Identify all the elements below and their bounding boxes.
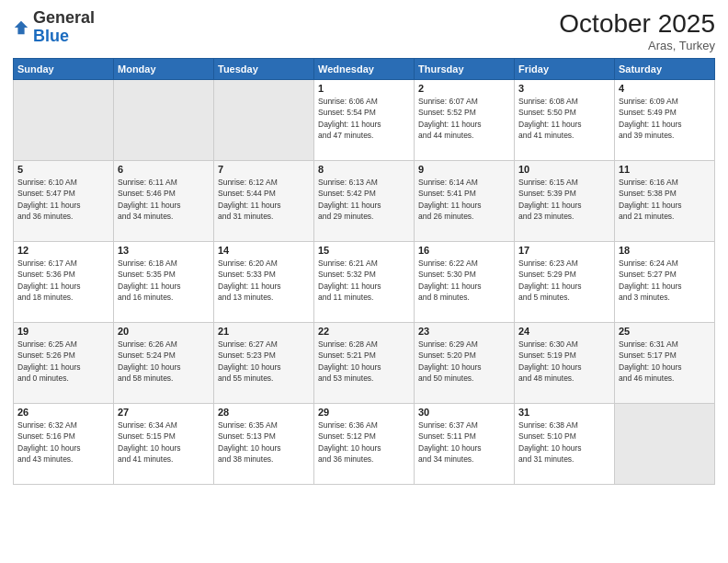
day-number-25: 25 [619,326,711,337]
day-number-29: 29 [318,407,410,418]
day-number-14: 14 [218,245,310,256]
title-block: October 2025 Aras, Turkey [559,9,715,52]
day-number-17: 17 [518,245,610,256]
month-title: October 2025 [559,9,715,39]
day-number-2: 2 [418,83,510,94]
location-subtitle: Aras, Turkey [559,39,715,52]
day-info-2: Sunrise: 6:07 AM Sunset: 5:52 PM Dayligh… [418,96,510,141]
week-row-4: 26Sunrise: 6:32 AM Sunset: 5:16 PM Dayli… [14,404,715,485]
cell-3-0: 19Sunrise: 6:25 AM Sunset: 5:26 PM Dayli… [14,323,114,404]
day-info-13: Sunrise: 6:18 AM Sunset: 5:35 PM Dayligh… [118,258,210,303]
day-number-16: 16 [418,245,510,256]
day-number-11: 11 [619,164,711,175]
day-number-9: 9 [418,164,510,175]
cell-3-1: 20Sunrise: 6:26 AM Sunset: 5:24 PM Dayli… [114,323,214,404]
cell-3-3: 22Sunrise: 6:28 AM Sunset: 5:21 PM Dayli… [314,323,415,404]
weekday-friday: Friday [515,59,615,80]
day-info-16: Sunrise: 6:22 AM Sunset: 5:30 PM Dayligh… [418,258,510,303]
day-number-7: 7 [218,164,310,175]
weekday-row: Sunday Monday Tuesday Wednesday Thursday… [14,59,715,80]
week-row-1: 5Sunrise: 6:10 AM Sunset: 5:47 PM Daylig… [14,161,715,242]
cell-3-5: 24Sunrise: 6:30 AM Sunset: 5:19 PM Dayli… [515,323,615,404]
cell-2-1: 13Sunrise: 6:18 AM Sunset: 5:35 PM Dayli… [114,242,214,323]
cell-2-6: 18Sunrise: 6:24 AM Sunset: 5:27 PM Dayli… [615,242,715,323]
day-number-4: 4 [619,83,711,94]
cell-4-5: 31Sunrise: 6:38 AM Sunset: 5:10 PM Dayli… [515,404,615,485]
day-number-8: 8 [318,164,410,175]
day-info-27: Sunrise: 6:34 AM Sunset: 5:15 PM Dayligh… [118,419,210,465]
day-number-30: 30 [418,407,510,418]
cell-1-2: 7Sunrise: 6:12 AM Sunset: 5:44 PM Daylig… [214,161,314,242]
day-info-4: Sunrise: 6:09 AM Sunset: 5:49 PM Dayligh… [619,96,711,141]
week-row-2: 12Sunrise: 6:17 AM Sunset: 5:36 PM Dayli… [14,242,715,323]
day-info-19: Sunrise: 6:25 AM Sunset: 5:26 PM Dayligh… [17,339,109,384]
calendar: Sunday Monday Tuesday Wednesday Thursday… [13,58,715,485]
cell-2-0: 12Sunrise: 6:17 AM Sunset: 5:36 PM Dayli… [14,242,114,323]
day-info-12: Sunrise: 6:17 AM Sunset: 5:36 PM Dayligh… [17,258,109,303]
cell-1-3: 8Sunrise: 6:13 AM Sunset: 5:42 PM Daylig… [314,161,415,242]
calendar-header: Sunday Monday Tuesday Wednesday Thursday… [14,59,715,80]
cell-4-3: 29Sunrise: 6:36 AM Sunset: 5:12 PM Dayli… [314,404,415,485]
day-info-21: Sunrise: 6:27 AM Sunset: 5:23 PM Dayligh… [218,339,310,384]
day-number-18: 18 [619,245,711,256]
day-number-13: 13 [118,245,210,256]
cell-0-0 [14,80,114,161]
day-info-17: Sunrise: 6:23 AM Sunset: 5:29 PM Dayligh… [518,258,610,303]
page: General Blue October 2025 Aras, Turkey S… [0,0,728,563]
cell-1-1: 6Sunrise: 6:11 AM Sunset: 5:46 PM Daylig… [114,161,214,242]
day-info-18: Sunrise: 6:24 AM Sunset: 5:27 PM Dayligh… [619,258,711,303]
day-info-24: Sunrise: 6:30 AM Sunset: 5:19 PM Dayligh… [518,339,610,384]
day-info-10: Sunrise: 6:15 AM Sunset: 5:39 PM Dayligh… [518,177,610,222]
day-number-6: 6 [118,164,210,175]
cell-0-6: 4Sunrise: 6:09 AM Sunset: 5:49 PM Daylig… [615,80,715,161]
day-info-23: Sunrise: 6:29 AM Sunset: 5:20 PM Dayligh… [418,339,510,384]
day-info-7: Sunrise: 6:12 AM Sunset: 5:44 PM Dayligh… [218,177,310,222]
cell-0-2 [214,80,314,161]
day-number-15: 15 [318,245,410,256]
cell-0-3: 1Sunrise: 6:06 AM Sunset: 5:54 PM Daylig… [314,80,415,161]
weekday-monday: Monday [114,59,214,80]
day-info-30: Sunrise: 6:37 AM Sunset: 5:11 PM Dayligh… [418,419,510,465]
cell-4-1: 27Sunrise: 6:34 AM Sunset: 5:15 PM Dayli… [114,404,214,485]
logo-text: General Blue [33,9,95,46]
cell-2-5: 17Sunrise: 6:23 AM Sunset: 5:29 PM Dayli… [515,242,615,323]
day-number-24: 24 [518,326,610,337]
day-number-19: 19 [17,326,109,337]
cell-4-6 [615,404,715,485]
cell-4-0: 26Sunrise: 6:32 AM Sunset: 5:16 PM Dayli… [14,404,114,485]
weekday-thursday: Thursday [415,59,515,80]
day-number-27: 27 [118,407,210,418]
day-number-12: 12 [17,245,109,256]
day-info-11: Sunrise: 6:16 AM Sunset: 5:38 PM Dayligh… [619,177,711,222]
cell-2-4: 16Sunrise: 6:22 AM Sunset: 5:30 PM Dayli… [415,242,515,323]
week-row-0: 1Sunrise: 6:06 AM Sunset: 5:54 PM Daylig… [14,80,715,161]
cell-4-4: 30Sunrise: 6:37 AM Sunset: 5:11 PM Dayli… [415,404,515,485]
day-info-1: Sunrise: 6:06 AM Sunset: 5:54 PM Dayligh… [318,96,410,141]
weekday-wednesday: Wednesday [314,59,415,80]
day-info-14: Sunrise: 6:20 AM Sunset: 5:33 PM Dayligh… [218,258,310,303]
day-info-9: Sunrise: 6:14 AM Sunset: 5:41 PM Dayligh… [418,177,510,222]
weekday-saturday: Saturday [615,59,715,80]
cell-0-4: 2Sunrise: 6:07 AM Sunset: 5:52 PM Daylig… [415,80,515,161]
cell-1-4: 9Sunrise: 6:14 AM Sunset: 5:41 PM Daylig… [415,161,515,242]
day-number-20: 20 [118,326,210,337]
cell-2-3: 15Sunrise: 6:21 AM Sunset: 5:32 PM Dayli… [314,242,415,323]
cell-1-0: 5Sunrise: 6:10 AM Sunset: 5:47 PM Daylig… [14,161,114,242]
day-number-5: 5 [17,164,109,175]
day-number-31: 31 [518,407,610,418]
day-number-21: 21 [218,326,310,337]
day-info-25: Sunrise: 6:31 AM Sunset: 5:17 PM Dayligh… [619,339,711,384]
day-info-6: Sunrise: 6:11 AM Sunset: 5:46 PM Dayligh… [118,177,210,222]
day-info-5: Sunrise: 6:10 AM Sunset: 5:47 PM Dayligh… [17,177,109,222]
weekday-sunday: Sunday [14,59,114,80]
day-info-29: Sunrise: 6:36 AM Sunset: 5:12 PM Dayligh… [318,419,410,465]
calendar-body: 1Sunrise: 6:06 AM Sunset: 5:54 PM Daylig… [14,80,715,485]
day-info-15: Sunrise: 6:21 AM Sunset: 5:32 PM Dayligh… [318,258,410,303]
day-info-8: Sunrise: 6:13 AM Sunset: 5:42 PM Dayligh… [318,177,410,222]
cell-3-2: 21Sunrise: 6:27 AM Sunset: 5:23 PM Dayli… [214,323,314,404]
day-number-23: 23 [418,326,510,337]
day-info-22: Sunrise: 6:28 AM Sunset: 5:21 PM Dayligh… [318,339,410,384]
cell-3-6: 25Sunrise: 6:31 AM Sunset: 5:17 PM Dayli… [615,323,715,404]
svg-marker-0 [15,21,28,34]
cell-1-5: 10Sunrise: 6:15 AM Sunset: 5:39 PM Dayli… [515,161,615,242]
